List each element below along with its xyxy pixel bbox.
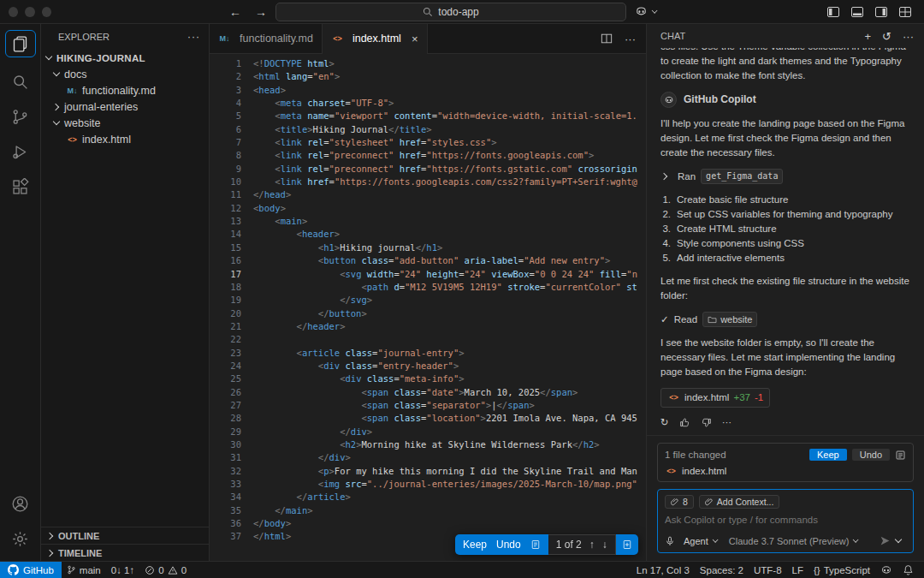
code-line[interactable]: 21 </header> — [210, 320, 646, 333]
code-line[interactable]: 33 <img src="../journal-enteries/images/… — [210, 478, 646, 491]
chat-input-box[interactable]: 8 Add Context... Ask Copilot or type / f… — [657, 489, 914, 553]
keep-button[interactable]: Keep — [463, 539, 487, 551]
tree-root-hiking-journal[interactable]: HIKING-JOURNAL — [41, 50, 209, 66]
code-line[interactable]: 7 <link rel="stylesheet" href="styles.cs… — [210, 136, 646, 149]
code-line[interactable]: 18 <path d="M12 5V19M5 12H19" stroke="cu… — [210, 281, 646, 294]
keep-all-button[interactable]: Keep — [809, 449, 847, 461]
window-controls[interactable] — [0, 7, 51, 17]
code-line[interactable]: 26 <span class="date">March 10, 2025</sp… — [210, 386, 646, 399]
code-line[interactable]: 36</body> — [210, 517, 646, 530]
website-folder-chip[interactable]: website — [702, 312, 757, 327]
tab-index-html[interactable]: <> index.html × — [323, 24, 428, 53]
code-line[interactable]: 10 <link href="https://fonts.googleapis.… — [210, 176, 646, 188]
source-control-activity-button[interactable] — [5, 100, 36, 133]
mode-selector[interactable]: Agent — [684, 536, 720, 546]
next-change-icon[interactable]: ↓ — [602, 539, 607, 551]
customize-layout-icon[interactable] — [898, 5, 912, 19]
forward-icon[interactable]: → — [255, 5, 267, 19]
window-close-button[interactable] — [9, 7, 18, 17]
more-actions-icon[interactable]: ··· — [722, 415, 732, 430]
code-line[interactable]: 24 <div class="entry-header"> — [210, 360, 646, 372]
tree-folder-website[interactable]: website — [41, 115, 209, 131]
code-line[interactable]: 9 <link rel="preconnect" href="https://f… — [210, 163, 646, 176]
code-line[interactable]: 1<!DOCTYPE html> — [210, 57, 646, 70]
ran-tool-row[interactable]: Ran get_Figma_data — [660, 169, 910, 184]
run-debug-activity-button[interactable] — [5, 135, 36, 168]
split-editor-icon[interactable] — [601, 33, 613, 45]
code-line[interactable]: 14 <header> — [210, 228, 646, 241]
model-selector[interactable]: Claude 3.7 Sonnet (Preview) — [729, 536, 862, 546]
code-line[interactable]: 17 <svg width="24" height="24" viewBox="… — [210, 268, 646, 281]
code-line[interactable]: 4 <meta charset="UTF-8"> — [210, 97, 646, 110]
notifications-status[interactable] — [897, 562, 919, 578]
attachment-count-chip[interactable]: 8 — [665, 495, 694, 509]
code-line[interactable]: 8 <link rel="preconnect" href="https://f… — [210, 149, 646, 162]
command-center-search[interactable]: todo-app — [275, 3, 626, 21]
chat-input-placeholder[interactable]: Ask Copilot or type / for commands — [665, 515, 906, 525]
toggle-secondary-sidebar-icon[interactable] — [874, 5, 888, 19]
window-minimize-button[interactable] — [25, 7, 34, 17]
copilot-status[interactable] — [875, 562, 897, 578]
undo-all-button[interactable]: Undo — [852, 449, 890, 461]
code-line[interactable]: 32 <p>For my hike this morning I did the… — [210, 465, 646, 478]
open-changes-icon[interactable] — [530, 539, 541, 550]
remote-github-status[interactable]: GitHub — [0, 562, 62, 578]
code-line[interactable]: 3<head> — [210, 84, 646, 97]
undo-button[interactable]: Undo — [496, 539, 521, 551]
extensions-activity-button[interactable] — [5, 170, 36, 203]
tree-folder-journal-enteries[interactable]: journal-enteries — [41, 98, 209, 115]
encoding-status[interactable]: UTF-8 — [749, 562, 787, 578]
index-html-diff-chip[interactable]: <> index.html +37 -1 — [660, 388, 770, 408]
code-line[interactable]: 29 </div> — [210, 426, 646, 438]
microphone-icon[interactable] — [665, 536, 675, 546]
code-line[interactable]: 6 <title>Hiking Journal</title> — [210, 123, 646, 136]
code-line[interactable]: 19 </svg> — [210, 294, 646, 307]
chat-message-list[interactable]: css files. Use the Theme variable collec… — [647, 48, 924, 435]
search-activity-button[interactable] — [5, 65, 36, 98]
send-icon[interactable] — [880, 535, 891, 546]
retry-icon[interactable]: ↻ — [660, 415, 669, 430]
eol-status[interactable]: LF — [787, 562, 808, 578]
language-mode-status[interactable]: {} TypeScript — [808, 562, 875, 578]
code-line[interactable]: 20 </button> — [210, 307, 646, 320]
tree-file-index-html[interactable]: <> index.html — [41, 131, 209, 147]
code-line[interactable]: 25 <div class="meta-info"> — [210, 372, 646, 385]
chat-history-icon[interactable]: ↺ — [882, 30, 891, 43]
add-context-button[interactable]: Add Context... — [699, 495, 780, 509]
code-line[interactable]: 11</head> — [210, 188, 646, 201]
code-line[interactable]: 34 </article> — [210, 491, 646, 504]
tree-file-functionality-md[interactable]: M↓ functionality.md — [41, 82, 209, 98]
new-chat-icon[interactable]: + — [865, 30, 872, 43]
accounts-button[interactable] — [5, 487, 36, 520]
code-line[interactable]: 5 <meta name="viewport" content="width=d… — [210, 110, 646, 122]
code-line[interactable]: 31 </div> — [210, 451, 646, 464]
tree-folder-docs[interactable]: docs — [41, 66, 209, 82]
code-line[interactable]: 27 <span class="separator">|</span> — [210, 399, 646, 412]
code-line[interactable]: 35 </main> — [210, 504, 646, 517]
changed-file-row[interactable]: <> index.html — [665, 466, 906, 476]
thumbs-up-icon[interactable] — [679, 417, 690, 428]
code-line[interactable]: 15 <h1>Hiking journal</h1> — [210, 241, 646, 254]
more-actions-icon[interactable]: ··· — [903, 30, 914, 43]
code-line[interactable]: 22 — [210, 333, 646, 346]
toggle-primary-sidebar-icon[interactable] — [826, 5, 840, 19]
chevron-down-icon[interactable] — [894, 536, 903, 545]
window-zoom-button[interactable] — [42, 7, 51, 17]
code-line[interactable]: 30 <h2>Morning hike at Skyline Wildernes… — [210, 438, 646, 451]
thumbs-down-icon[interactable] — [701, 417, 712, 428]
explorer-activity-button[interactable] — [5, 30, 36, 57]
tab-functionality-md[interactable]: M↓ functionality.md — [210, 24, 323, 53]
code-line[interactable]: 13 <main> — [210, 215, 646, 228]
code-area[interactable]: 1<!DOCTYPE html>2<html lang="en">3<head>… — [210, 54, 646, 561]
code-line[interactable]: 23 <article class="journal-entry"> — [210, 347, 646, 360]
more-actions-icon[interactable]: ··· — [625, 33, 636, 45]
toggle-panel-icon[interactable] — [850, 5, 864, 19]
read-tool-row[interactable]: ✓ Read website — [660, 312, 910, 327]
review-in-chat-button[interactable] — [616, 534, 638, 555]
indentation-status[interactable]: Spaces: 2 — [695, 562, 749, 578]
explorer-more-actions-icon[interactable]: ··· — [187, 31, 200, 43]
code-line[interactable]: 28 <span class="location">2201 Imola Ave… — [210, 412, 646, 425]
code-line[interactable]: 16 <button class="add-button" aria-label… — [210, 254, 646, 267]
settings-button[interactable] — [5, 522, 36, 555]
problems-status[interactable]: 0 0 — [139, 562, 192, 578]
